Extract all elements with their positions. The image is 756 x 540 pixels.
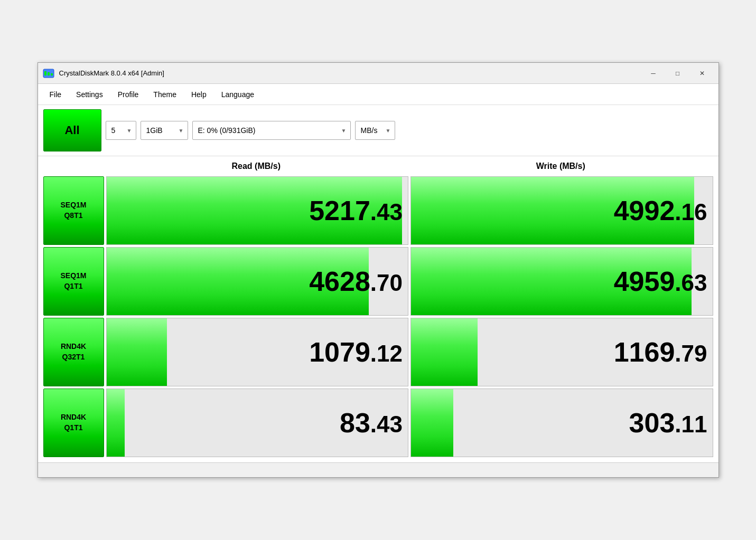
- count-select[interactable]: 1 3 5 10: [106, 121, 136, 140]
- svg-rect-2: [48, 72, 50, 75]
- table-row: SEQ1M Q1T1 4628.70 4959.63: [43, 247, 713, 316]
- read-cell-rnd4k-q1t1: 83.43: [106, 389, 409, 457]
- table-row: RND4K Q32T1 1079.12 1169.79: [43, 318, 713, 386]
- app-icon: [42, 67, 55, 80]
- menu-theme[interactable]: Theme: [146, 87, 184, 102]
- count-select-wrapper: 1 3 5 10 ▼: [106, 121, 136, 140]
- read-header: Read (MB/s): [104, 158, 409, 174]
- read-bar-rnd4k-q32t1: [107, 318, 167, 386]
- table-row: SEQ1M Q8T1 5217.43 4992.16: [43, 176, 713, 245]
- minimize-button[interactable]: ─: [641, 65, 666, 81]
- menu-bar: File Settings Profile Theme Help Languag…: [38, 84, 718, 105]
- read-value-seq1m-q1t1: 4628.70: [309, 266, 403, 297]
- close-button[interactable]: ✕: [690, 65, 714, 81]
- row-label-seq1m-q8t1: SEQ1M Q8T1: [43, 176, 104, 245]
- unit-select[interactable]: MB/s GB/s IOPS μs: [355, 121, 395, 140]
- title-bar-left: CrystalDiskMark 8.0.4 x64 [Admin]: [42, 67, 164, 80]
- write-bar-rnd4k-q1t1: [411, 389, 453, 457]
- drive-select[interactable]: E: 0% (0/931GiB) C: 50% (256GiB): [192, 121, 351, 140]
- read-cell-seq1m-q1t1: 4628.70: [106, 247, 409, 316]
- all-button[interactable]: All: [43, 109, 101, 151]
- write-cell-seq1m-q8t1: 4992.16: [410, 176, 713, 245]
- toolbar: All 1 3 5 10 ▼ 512MiB 1GiB 2GiB 4GiB 8Gi…: [38, 105, 718, 156]
- main-content: Read (MB/s) Write (MB/s) SEQ1M Q8T1 5217…: [38, 158, 718, 462]
- title-bar-buttons: ─ □ ✕: [641, 65, 714, 81]
- read-value-rnd4k-q32t1: 1079.12: [309, 336, 403, 368]
- menu-file[interactable]: File: [42, 87, 69, 102]
- write-value-rnd4k-q32t1: 1169.79: [614, 336, 707, 368]
- write-value-seq1m-q8t1: 4992.16: [614, 195, 707, 226]
- write-value-seq1m-q1t1: 4959.63: [614, 266, 707, 297]
- write-cell-rnd4k-q32t1: 1169.79: [410, 318, 713, 386]
- window-title: CrystalDiskMark 8.0.4 x64 [Admin]: [59, 69, 164, 77]
- write-cell-seq1m-q1t1: 4959.63: [410, 247, 713, 316]
- menu-settings[interactable]: Settings: [69, 87, 110, 102]
- row-label-rnd4k-q32t1: RND4K Q32T1: [43, 318, 104, 386]
- read-value-rnd4k-q1t1: 83.43: [340, 407, 403, 439]
- maximize-button[interactable]: □: [666, 65, 690, 81]
- write-bar-rnd4k-q32t1: [411, 318, 478, 386]
- row-label-seq1m-q1t1: SEQ1M Q1T1: [43, 247, 104, 316]
- menu-language[interactable]: Language: [214, 87, 262, 102]
- row-label-rnd4k-q1t1: RND4K Q1T1: [43, 389, 104, 457]
- menu-profile[interactable]: Profile: [110, 87, 146, 102]
- title-bar: CrystalDiskMark 8.0.4 x64 [Admin] ─ □ ✕: [38, 63, 718, 84]
- unit-select-wrapper: MB/s GB/s IOPS μs ▼: [355, 121, 395, 140]
- write-header: Write (MB/s): [408, 158, 713, 174]
- size-select[interactable]: 512MiB 1GiB 2GiB 4GiB 8GiB: [141, 121, 188, 140]
- svg-rect-1: [44, 71, 46, 75]
- read-bar-rnd4k-q1t1: [107, 389, 125, 457]
- read-value-seq1m-q8t1: 5217.43: [309, 195, 403, 226]
- read-cell-seq1m-q8t1: 5217.43: [106, 176, 409, 245]
- write-value-rnd4k-q1t1: 303.11: [629, 407, 707, 439]
- svg-rect-3: [51, 73, 53, 75]
- read-cell-rnd4k-q32t1: 1079.12: [106, 318, 409, 386]
- size-select-wrapper: 512MiB 1GiB 2GiB 4GiB 8GiB ▼: [141, 121, 188, 140]
- drive-select-wrapper: E: 0% (0/931GiB) C: 50% (256GiB) ▼: [192, 121, 351, 140]
- header-spacer: [43, 158, 104, 174]
- table-row: RND4K Q1T1 83.43 303.11: [43, 389, 713, 457]
- data-rows: SEQ1M Q8T1 5217.43 4992.16 SEQ1M Q1T1: [43, 176, 713, 457]
- column-headers: Read (MB/s) Write (MB/s): [43, 158, 713, 174]
- status-bar: [38, 462, 718, 477]
- menu-help[interactable]: Help: [184, 87, 214, 102]
- write-cell-rnd4k-q1t1: 303.11: [410, 389, 713, 457]
- main-window: CrystalDiskMark 8.0.4 x64 [Admin] ─ □ ✕ …: [38, 62, 719, 478]
